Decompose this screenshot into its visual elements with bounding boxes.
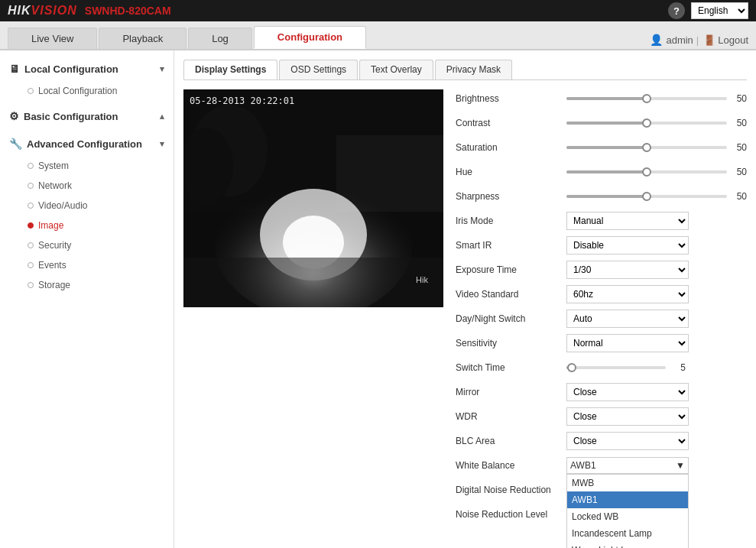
smart-ir-label: Smart IR (456, 240, 566, 251)
iris-mode-control: ManualAuto (566, 212, 747, 230)
setting-row-sensitivity: Sensitivity NormalLowHigh (456, 334, 747, 352)
sidebar-item-events[interactable]: Events (0, 255, 174, 275)
setting-row-smart-ir: Smart IR DisableEnable (456, 236, 747, 255)
switch-time-control: 5 (566, 362, 747, 373)
saturation-track[interactable] (566, 146, 727, 149)
sub-tab-osd-settings[interactable]: OSD Settings (279, 60, 358, 79)
setting-row-hue: Hue 50 (456, 163, 747, 181)
user-icon: 👤 (650, 34, 663, 46)
blc-area-control: CloseOpen (566, 432, 747, 450)
logout-button[interactable]: 🚪 Logout (703, 34, 748, 46)
sidebar-item-video-audio[interactable]: Video/Audio (0, 196, 174, 216)
blc-area-label: BLC Area (456, 436, 566, 446)
sensitivity-select[interactable]: NormalLowHigh (566, 334, 689, 352)
wb-option-warm-light[interactable]: Warm Light Lamp (567, 542, 688, 548)
sensitivity-control: NormalLowHigh (566, 334, 747, 352)
sub-tab-text-overlay[interactable]: Text Overlay (359, 60, 433, 79)
sidebar-item-label-local: Local Configuration (38, 86, 117, 96)
wdr-control: CloseOpen (566, 407, 747, 426)
video-standard-control: 60hz50hz (566, 285, 747, 303)
blc-area-select[interactable]: CloseOpen (566, 432, 689, 450)
model-name: SWNHD-820CAM (85, 5, 171, 17)
wb-option-awb1[interactable]: AWB1 (567, 491, 688, 508)
sharpness-track[interactable] (566, 195, 727, 198)
setting-row-switch-time: Switch Time 5 (456, 358, 747, 377)
brand-logo: HIKVISION SWNHD-820CAM (8, 4, 171, 18)
white-balance-label: White Balance (456, 460, 566, 471)
sub-tabs: Display Settings OSD Settings Text Overl… (183, 60, 747, 80)
contrast-value: 50 (732, 118, 747, 128)
switch-time-value: 5 (670, 362, 686, 373)
wb-option-mwb[interactable]: MWB (567, 475, 688, 491)
white-balance-current: AWB1 (570, 460, 596, 471)
wb-option-incandescent[interactable]: Incandescent Lamp (567, 525, 688, 542)
iris-mode-select[interactable]: ManualAuto (566, 212, 689, 230)
setting-row-brightness: Brightness 50 (456, 89, 747, 108)
switch-time-track[interactable] (566, 366, 666, 369)
sidebar-section-local: 🖥 Local Configuration ▾ Local Configurat… (0, 57, 174, 101)
tab-live-view[interactable]: Live View (8, 28, 97, 49)
camera-timestamp: 05-28-2013 20:22:01 (190, 96, 294, 106)
sidebar-header-advanced[interactable]: 🔧 Advanced Configuration ▾ (0, 131, 174, 156)
advanced-config-arrow: ▾ (160, 139, 164, 149)
dot-system (28, 163, 34, 169)
day-night-select[interactable]: AutoDayNight (566, 310, 689, 328)
brand-name: HIKVISION (8, 4, 77, 18)
contrast-track[interactable] (566, 122, 727, 125)
noise-level-label: Noise Reduction Level (456, 509, 566, 520)
saturation-control: 50 (566, 142, 747, 153)
sub-tab-privacy-mask[interactable]: Privacy Mask (435, 60, 512, 79)
white-balance-list: MWB AWB1 Locked WB Incandescent Lamp War… (566, 474, 689, 548)
tab-playback[interactable]: Playback (99, 28, 187, 49)
smart-ir-select[interactable]: DisableEnable (566, 236, 689, 255)
logout-icon: 🚪 (703, 34, 715, 46)
sidebar-item-storage[interactable]: Storage (0, 275, 174, 295)
saturation-label: Saturation (456, 142, 566, 153)
video-standard-label: Video Standard (456, 289, 566, 300)
tab-log[interactable]: Log (188, 28, 252, 49)
wb-option-locked-wb[interactable]: Locked WB (567, 508, 688, 525)
sidebar-section-advanced: 🔧 Advanced Configuration ▾ System Networ… (0, 131, 174, 295)
setting-row-mirror: Mirror CloseOpen (456, 383, 747, 401)
brightness-track[interactable] (566, 97, 727, 100)
language-select[interactable]: English Chinese (691, 2, 748, 19)
sidebar-item-security[interactable]: Security (0, 235, 174, 255)
admin-label: admin (666, 34, 693, 46)
sub-tab-display-settings[interactable]: Display Settings (183, 60, 277, 79)
sidebar-item-network[interactable]: Network (0, 176, 174, 196)
nav-tabs-left: Live View Playback Log Configuration (8, 26, 366, 49)
white-balance-trigger[interactable]: AWB1 ▼ (566, 457, 689, 474)
sensitivity-label: Sensitivity (456, 338, 566, 349)
sidebar-header-basic[interactable]: ⚙ Basic Configuration ▴ (0, 104, 174, 128)
video-standard-select[interactable]: 60hz50hz (566, 285, 689, 303)
setting-row-day-night: Day/Night Switch AutoDayNight (456, 310, 747, 328)
exposure-time-select[interactable]: 1/301/601/100 (566, 261, 689, 279)
hue-label: Hue (456, 167, 566, 177)
wdr-label: WDR (456, 411, 566, 422)
dot-network (28, 183, 34, 189)
basic-config-icon: ⚙ (9, 110, 19, 122)
sidebar-label-basic: Basic Configuration (24, 111, 118, 122)
iris-mode-label: Iris Mode (456, 216, 566, 226)
sidebar-section-basic: ⚙ Basic Configuration ▴ (0, 104, 174, 128)
hue-value: 50 (732, 167, 747, 177)
white-balance-control: AWB1 ▼ MWB AWB1 Locked WB Incandescent L… (566, 457, 747, 474)
exposure-time-control: 1/301/601/100 (566, 261, 747, 279)
sidebar-item-system[interactable]: System (0, 156, 174, 176)
sharpness-value: 50 (732, 191, 747, 202)
hue-track[interactable] (566, 170, 727, 173)
tab-configuration[interactable]: Configuration (254, 26, 366, 49)
sidebar-header-local[interactable]: 🖥 Local Configuration ▾ (0, 57, 174, 81)
wdr-select[interactable]: CloseOpen (566, 407, 689, 426)
sidebar-item-local-config[interactable]: Local Configuration (0, 81, 174, 101)
camera-label: Hik (416, 275, 428, 284)
sidebar-item-image[interactable]: Image (0, 216, 174, 235)
logout-label: Logout (718, 34, 748, 46)
sidebar-item-label-security: Security (38, 240, 71, 251)
camera-preview: 05-28-2013 20:22:01 Hik (183, 89, 443, 530)
admin-area: 👤 admin | (650, 34, 699, 46)
mirror-select[interactable]: CloseOpen (566, 383, 689, 401)
main-layout: 🖥 Local Configuration ▾ Local Configurat… (0, 50, 756, 548)
camera-preview-box: 05-28-2013 20:22:01 Hik (183, 89, 443, 307)
help-button[interactable]: ? (668, 2, 685, 19)
